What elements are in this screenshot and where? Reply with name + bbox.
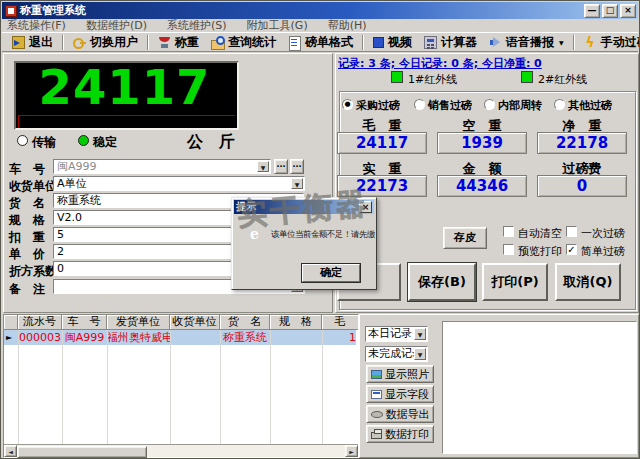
- radio-other[interactable]: [554, 99, 565, 110]
- grid-line: [170, 330, 171, 444]
- auto-clear-label[interactable]: 自动清空: [518, 226, 562, 241]
- data-print-button[interactable]: 数据打印: [366, 425, 434, 443]
- vehicle-lookup-button[interactable]: ...: [274, 159, 288, 174]
- header-vehicle[interactable]: 车 号: [62, 315, 107, 330]
- one-pass-label[interactable]: 一次过磅: [581, 226, 625, 241]
- header-receiver[interactable]: 收货单位: [170, 315, 220, 330]
- vehicle-more-button[interactable]: ...: [290, 159, 304, 174]
- toolbar-voice-broadcast-button[interactable]: 语音播报▼: [483, 33, 570, 51]
- title-bar: 称重管理系统 — □ ×: [2, 2, 638, 19]
- menu-item-help[interactable]: 帮助(H): [328, 18, 367, 33]
- cancel-button[interactable]: 取消(Q): [555, 263, 621, 301]
- save-tare-button[interactable]: 存皮: [443, 227, 487, 249]
- infrared2-indicator: [521, 71, 533, 83]
- filter-today-select[interactable]: 本日记录▼: [365, 326, 428, 342]
- chevron-down-icon[interactable]: ▼: [414, 348, 426, 360]
- grid-line: [107, 330, 108, 444]
- toolbar-separator: [362, 35, 364, 50]
- radio-sales-label[interactable]: 销售过磅: [428, 98, 472, 113]
- simple-weigh-checkbox[interactable]: ✓: [566, 244, 577, 255]
- print-button[interactable]: 打印(P): [482, 263, 548, 301]
- toolbar: 退出 切换用户 称重 查询统计 磅单格式 视频 计算器 语音播报▼ ϟ手动过磅▼: [2, 32, 638, 52]
- radio-internal[interactable]: [484, 99, 495, 110]
- minimize-button[interactable]: —: [584, 4, 600, 18]
- dialog-ok-button[interactable]: 确定: [302, 264, 360, 282]
- search-folder-icon: [211, 36, 224, 49]
- header-indicator: [4, 315, 18, 330]
- show-fields-button[interactable]: 显示字段: [366, 385, 434, 403]
- dialog-close-button[interactable]: ×: [359, 201, 372, 213]
- chevron-down-icon[interactable]: ▼: [414, 328, 426, 340]
- radio-purchase-label[interactable]: 采购过磅: [356, 98, 400, 113]
- filter-unfinished-select[interactable]: 未完成记录▼: [365, 346, 428, 362]
- weight-readout: 24117: [16, 59, 233, 115]
- records-summary-link[interactable]: 记录: 3 条; 今日记录: 0 条; 今日净重: 0: [338, 56, 542, 71]
- header-serial[interactable]: 流水号: [18, 315, 62, 330]
- scroll-right-icon[interactable]: ►: [345, 445, 358, 457]
- toolbar-exit-label: 退出: [29, 34, 53, 51]
- horizontal-scrollbar[interactable]: ◄ ►: [4, 444, 358, 457]
- menu-item-extra-tools[interactable]: 附加工具(G): [247, 18, 308, 33]
- radio-sales[interactable]: [414, 99, 425, 110]
- scrollbar-thumb[interactable]: [17, 446, 147, 458]
- lightning-icon: ϟ: [584, 36, 597, 49]
- chevron-down-icon[interactable]: ▼: [257, 161, 269, 172]
- amount-value: 44346: [437, 175, 527, 197]
- toolbar-weigh-button[interactable]: 称重: [152, 33, 205, 51]
- deduct-label: 扣 重: [9, 229, 55, 246]
- spec-value: V2.0: [57, 211, 82, 224]
- preview-print-label[interactable]: 预览打印: [518, 244, 562, 259]
- fields-icon: [371, 390, 382, 399]
- infrared1-indicator: [391, 71, 403, 83]
- vehicle-no-label: 车 号: [9, 161, 55, 178]
- goods-value: 称重系统: [57, 194, 101, 207]
- vehicle-no-input[interactable]: 闽A999▼: [53, 159, 271, 174]
- toolbar-video-button[interactable]: 视频: [367, 33, 418, 51]
- show-photo-button[interactable]: 显示照片: [366, 365, 434, 383]
- data-export-button[interactable]: 数据导出: [366, 405, 434, 423]
- scroll-left-icon[interactable]: ◄: [4, 445, 17, 457]
- save-button[interactable]: 保存(B): [408, 263, 476, 301]
- simple-weigh-label[interactable]: 简单过磅: [581, 244, 625, 259]
- one-pass-checkbox[interactable]: [566, 226, 577, 237]
- show-fields-label: 显示字段: [385, 387, 429, 402]
- infrared1-label: 1#红外线: [408, 72, 457, 87]
- toolbar-ticket-format-button[interactable]: 磅单格式: [282, 33, 359, 51]
- cell-vehicle: 闽A999: [62, 330, 107, 345]
- toolbar-manual-weigh-button[interactable]: ϟ手动过磅▼: [578, 33, 640, 51]
- infrared2-label: 2#红外线: [538, 72, 587, 87]
- toolbar-switch-user-button[interactable]: 切换用户: [67, 33, 144, 51]
- grid-line: [62, 330, 63, 444]
- radio-purchase[interactable]: ●: [342, 99, 353, 110]
- chevron-down-icon[interactable]: ▼: [291, 178, 303, 189]
- menu-item-data-maintenance[interactable]: 数据维护(D): [86, 18, 147, 33]
- header-goods[interactable]: 货 名: [220, 315, 270, 330]
- toolbar-video-label: 视频: [388, 34, 412, 51]
- grid-line: [270, 330, 271, 444]
- header-spec[interactable]: 规 格: [270, 315, 322, 330]
- toolbar-calculator-button[interactable]: 计算器: [418, 33, 483, 51]
- chevron-down-icon[interactable]: ▼: [559, 39, 564, 46]
- toolbar-exit-button[interactable]: 退出: [6, 33, 59, 51]
- toolbar-query-stats-button[interactable]: 查询统计: [205, 33, 282, 51]
- radio-internal-label[interactable]: 内部周转: [498, 98, 542, 113]
- radio-other-label[interactable]: 其他过磅: [568, 98, 612, 113]
- auto-clear-checkbox[interactable]: [503, 226, 514, 237]
- grid-line: [18, 330, 19, 444]
- price-label: 单 价: [9, 246, 55, 263]
- receiver-input[interactable]: A单位▼: [53, 176, 305, 191]
- display-divider-tick: [18, 116, 19, 128]
- video-icon: [373, 37, 384, 48]
- preview-print-checkbox[interactable]: [503, 244, 514, 255]
- photo-icon: [371, 370, 382, 379]
- window-title: 称重管理系统: [20, 3, 582, 18]
- header-gross[interactable]: 毛: [322, 315, 358, 330]
- header-shipper[interactable]: 发货单位: [107, 315, 170, 330]
- close-button[interactable]: ×: [620, 4, 636, 18]
- show-photo-label: 显示照片: [385, 367, 429, 382]
- remark-label: 备 注: [9, 281, 55, 298]
- maximize-button[interactable]: □: [602, 4, 618, 18]
- table-row[interactable]: ► 000003 闽A999 福州奥特威电子 称重系统 1: [4, 330, 356, 345]
- menu-item-system-maintenance[interactable]: 系统维护(S): [167, 18, 227, 33]
- menu-item-system-ops[interactable]: 系统操作(F): [7, 18, 66, 33]
